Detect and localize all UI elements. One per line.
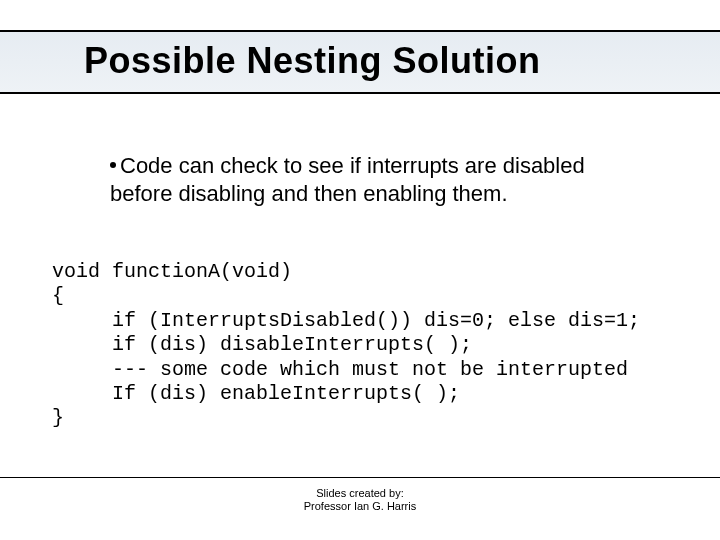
footer: Slides created by: Professor Ian G. Harr… (0, 487, 720, 515)
slide-title: Possible Nesting Solution (0, 40, 720, 82)
bullet-icon (110, 162, 116, 168)
code-block: void functionA(void) { if (InterruptsDis… (52, 260, 680, 431)
footer-divider (0, 477, 720, 478)
footer-line-2: Professor Ian G. Harris (0, 500, 720, 514)
bullet-text: Code can check to see if interrupts are … (110, 153, 585, 206)
footer-line-1: Slides created by: (0, 487, 720, 501)
body-paragraph: Code can check to see if interrupts are … (110, 152, 650, 207)
title-bar: Possible Nesting Solution (0, 30, 720, 94)
